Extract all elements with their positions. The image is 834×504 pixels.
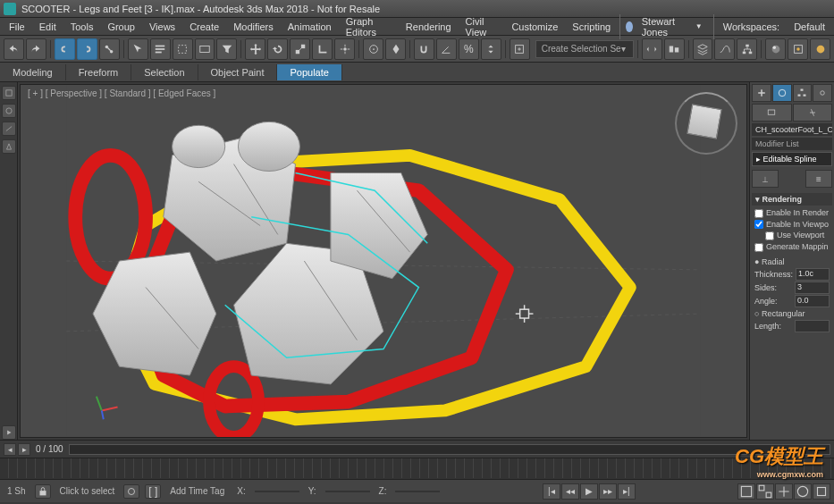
manipulate-button[interactable]: [363, 38, 383, 60]
menu-tools[interactable]: Tools: [65, 20, 99, 34]
workspaces-value[interactable]: Default: [788, 20, 830, 34]
snap-button[interactable]: [414, 38, 434, 60]
prevframe-button[interactable]: ◂: [4, 443, 16, 456]
next-key-button[interactable]: ▸▸: [599, 483, 617, 500]
lock-icon[interactable]: [35, 484, 51, 499]
left-btn-2[interactable]: [2, 104, 16, 118]
curveeditor-button[interactable]: [714, 38, 735, 60]
zoom-all-button[interactable]: [756, 483, 774, 500]
goto-start-button[interactable]: |◂: [543, 483, 560, 500]
refcoord-button[interactable]: [312, 38, 333, 60]
menu-civilview[interactable]: Civil View: [460, 14, 503, 39]
left-btn-1[interactable]: [2, 86, 16, 100]
track-bar[interactable]: [0, 458, 834, 479]
x-coord[interactable]: [255, 491, 299, 492]
ribbon-objectpaint[interactable]: Object Paint: [198, 64, 278, 80]
menu-animation[interactable]: Animation: [282, 20, 337, 34]
pivot-button[interactable]: [334, 38, 355, 60]
selection-set-box[interactable]: Create Selection Se ▾: [535, 40, 634, 58]
rectangular-radio[interactable]: ○ Rectangular: [754, 308, 830, 319]
thickness-spinner[interactable]: 1.0c: [796, 268, 830, 281]
schematic-button[interactable]: [737, 38, 757, 60]
cp-create-tab[interactable]: [752, 84, 771, 102]
menu-modifiers[interactable]: Modifiers: [228, 20, 279, 34]
modifier-list-dropdown[interactable]: Modifier List: [752, 138, 832, 150]
maximize-button[interactable]: [813, 483, 830, 500]
select-region-button[interactable]: [173, 38, 193, 60]
menu-customize[interactable]: Customize: [506, 20, 563, 34]
select-name-button[interactable]: [150, 38, 171, 60]
unlink-button[interactable]: [77, 38, 97, 60]
radial-radio[interactable]: ● Radial: [754, 256, 830, 267]
angle-spinner[interactable]: 0.0: [795, 295, 830, 307]
track-ruler[interactable]: [0, 458, 834, 478]
anglesnap-button[interactable]: [436, 38, 457, 60]
prev-key-button[interactable]: ◂◂: [561, 483, 579, 500]
spinnersnap-button[interactable]: [481, 38, 501, 60]
layers-button[interactable]: [693, 38, 713, 60]
scale-button[interactable]: [290, 38, 310, 60]
length-spinner[interactable]: [795, 320, 830, 332]
ribbon-modeling[interactable]: Modeling: [0, 64, 66, 80]
cp-hierarchy-tab[interactable]: [793, 84, 813, 102]
goto-end-button[interactable]: ▸|: [618, 483, 636, 500]
zoom-ext-button[interactable]: [737, 483, 755, 500]
rendersetup-button[interactable]: [788, 38, 808, 60]
redo-button[interactable]: [26, 38, 46, 60]
stack-config-button[interactable]: ≡: [805, 170, 832, 188]
align-button[interactable]: [664, 38, 685, 60]
menu-group[interactable]: Group: [102, 20, 140, 34]
select-button[interactable]: [128, 38, 148, 60]
viewcube-face[interactable]: [687, 104, 721, 139]
left-btn-3[interactable]: [2, 122, 16, 136]
render-button[interactable]: [810, 38, 830, 60]
filter-button[interactable]: [216, 38, 237, 60]
cp-display-tab[interactable]: [752, 104, 792, 122]
enable-render-check[interactable]: Enable In Render: [754, 207, 830, 219]
menu-rendering[interactable]: Rendering: [400, 20, 457, 34]
left-btn-4[interactable]: [2, 139, 16, 154]
pctsnap-button[interactable]: %: [459, 38, 479, 60]
viewport-label[interactable]: [ + ] [ Perspective ] [ Standard ] [ Edg…: [28, 88, 215, 98]
menu-file[interactable]: File: [4, 20, 30, 34]
menu-scripting[interactable]: Scripting: [567, 20, 616, 34]
selbracket-icon[interactable]: [ ]: [145, 484, 161, 499]
menu-views[interactable]: Views: [144, 20, 181, 34]
modifier-stack-item[interactable]: ▸ Editable Spline: [752, 152, 832, 166]
play-button[interactable]: ▶: [580, 483, 598, 500]
cp-modify-tab[interactable]: [772, 84, 792, 102]
cp-motion-tab[interactable]: [813, 84, 832, 102]
cp-utilities-tab[interactable]: [793, 104, 833, 122]
object-name-field[interactable]: CH_scooterFoot_L_CTR: [752, 123, 832, 136]
left-play-icon[interactable]: [2, 425, 16, 440]
ribbon-freeform[interactable]: Freeform: [66, 64, 132, 80]
time-slider[interactable]: ◂ ▸ 0 / 100: [0, 440, 834, 458]
ribbon-populate[interactable]: Populate: [277, 64, 341, 80]
mirror-button[interactable]: [642, 38, 662, 60]
editselset-button[interactable]: [510, 38, 530, 60]
use-viewport-check[interactable]: Use Viewport: [754, 230, 830, 241]
menu-grapheditors[interactable]: Graph Editors: [341, 14, 397, 39]
move-button[interactable]: [245, 38, 265, 60]
orbit-button[interactable]: [794, 483, 812, 500]
z-coord[interactable]: [395, 491, 440, 492]
enable-viewport-check[interactable]: Enable In Viewpo: [754, 219, 830, 231]
time-track[interactable]: [69, 444, 830, 455]
link-button[interactable]: [55, 38, 75, 60]
undo-button[interactable]: [4, 38, 24, 60]
rollout-rendering[interactable]: ▾ Rendering: [752, 193, 832, 206]
timetag-label[interactable]: Add Time Tag: [166, 486, 228, 496]
bind-button[interactable]: [99, 38, 120, 60]
rotate-button[interactable]: [267, 38, 288, 60]
menu-create[interactable]: Create: [184, 20, 224, 34]
viewport[interactable]: [ + ] [ Perspective ] [ Standard ] [ Edg…: [20, 84, 747, 438]
stack-pin-button[interactable]: ⟂: [752, 170, 779, 188]
isolate-icon[interactable]: [123, 484, 139, 499]
sides-spinner[interactable]: 3: [795, 281, 830, 294]
user-box[interactable]: Stewart Jones ▼: [619, 14, 714, 39]
materialeditor-button[interactable]: [765, 38, 786, 60]
viewcube[interactable]: [675, 92, 737, 155]
ribbon-selection[interactable]: Selection: [131, 64, 198, 80]
keymode-button[interactable]: [385, 38, 406, 60]
pan-button[interactable]: [775, 483, 793, 500]
